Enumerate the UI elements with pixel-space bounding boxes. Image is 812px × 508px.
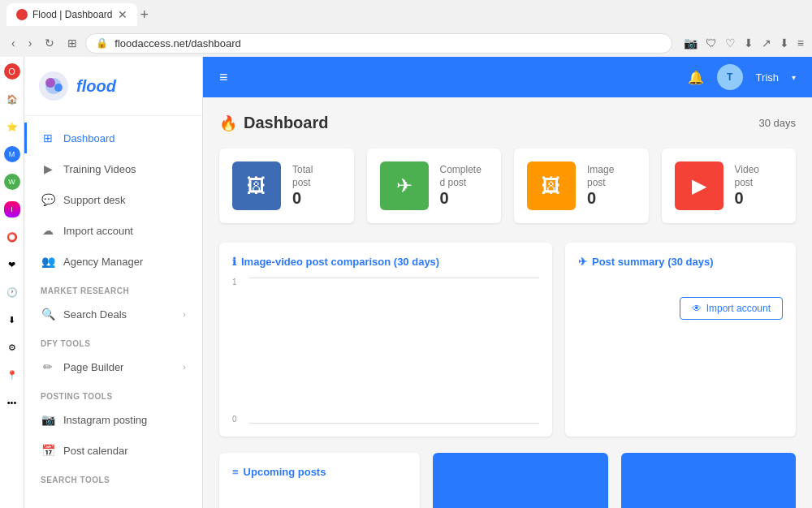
new-tab-button[interactable]: + xyxy=(140,6,149,24)
chart-y-top: 1 xyxy=(232,278,237,286)
os-icon-dots[interactable]: ••• xyxy=(4,394,20,411)
tab-title: Flood | Dashboard xyxy=(32,9,113,20)
calendar-icon: 📅 xyxy=(41,443,55,458)
svg-point-3 xyxy=(54,84,63,92)
main-content: ≡ 🔔 T Trish ▾ 🔥 Dashboard 30 days xyxy=(203,57,812,508)
sidebar-label-search-deals: Search Deals xyxy=(63,308,127,321)
page-header: 🔥 Dashboard 30 days xyxy=(219,114,796,132)
completed-post-info: Completed post 0 xyxy=(440,164,482,208)
completed-post-icon: ✈ xyxy=(380,161,429,210)
chart-bottom-line xyxy=(248,423,539,424)
chart-area-left: 1 0 xyxy=(232,278,539,424)
sidebar-label-support: Support desk xyxy=(63,194,126,206)
svg-point-2 xyxy=(45,78,55,88)
browser-action-icons: 📷 🛡 ♡ ⬇ ↗ ⬇ ≡ xyxy=(682,35,806,51)
os-icon-clock[interactable]: 🕐 xyxy=(4,284,20,300)
url-text: floodaccess.net/dashboard xyxy=(114,37,661,50)
address-bar[interactable]: 🔒 floodaccess.net/dashboard xyxy=(85,33,672,54)
os-icon-messenger[interactable]: M xyxy=(4,146,20,162)
os-icon-heart[interactable]: ❤ xyxy=(4,256,20,273)
search-deals-chevron: › xyxy=(183,309,186,319)
browser-tab[interactable]: Flood | Dashboard ✕ xyxy=(6,3,137,26)
sidebar-item-page-builder[interactable]: ✏ Page Builder › xyxy=(24,351,202,382)
sidebar-item-instagram-posting[interactable]: 📷 Instagram posting xyxy=(24,404,202,435)
total-post-label: Totalpost xyxy=(292,164,313,189)
import-account-btn-label: Import account xyxy=(706,303,771,314)
sidebar: flood ⊞ Dashboard ▶ Training Videos 💬 Su… xyxy=(24,57,203,508)
sidebar-item-training-videos[interactable]: ▶ Training Videos xyxy=(24,153,202,184)
training-icon: ▶ xyxy=(41,161,55,176)
stat-card-video-post: ▶ Videopost 0 xyxy=(662,149,797,223)
os-icon-instagram[interactable]: I xyxy=(4,201,20,217)
bell-icon[interactable]: 🔔 xyxy=(688,70,704,85)
logo-icon xyxy=(37,70,70,102)
sidebar-item-post-calendar[interactable]: 📅 Post calendar xyxy=(24,435,202,466)
os-icon-circle[interactable]: ⭕ xyxy=(4,229,20,245)
os-icon-browser[interactable]: O xyxy=(4,63,20,80)
sidebar-label-dashboard: Dashboard xyxy=(63,132,115,144)
os-icon-star[interactable]: ⭐ xyxy=(4,118,20,135)
stat-card-total-post: 🖼 Totalpost 0 xyxy=(219,149,354,223)
chart-top-line xyxy=(248,278,539,278)
shield-icon[interactable]: 🛡 xyxy=(704,35,719,51)
chart-right-title: ✈ Post summary (30 days) xyxy=(578,256,783,268)
tab-favicon xyxy=(16,9,28,20)
header-right: 🔔 T Trish ▾ xyxy=(688,64,796,90)
sidebar-label-calendar: Post calendar xyxy=(63,445,128,457)
stats-row: 🖼 Totalpost 0 ✈ Completed post 0 🖼 xyxy=(219,149,796,223)
total-post-info: Totalpost 0 xyxy=(292,164,313,208)
sidebar-item-import-account[interactable]: ☁ Import account xyxy=(24,215,202,246)
back-button[interactable]: ‹ xyxy=(6,33,20,53)
chart-right-icon: ✈ xyxy=(578,256,587,268)
upcoming-row: ≡ Upcoming posts xyxy=(219,453,796,508)
share-icon[interactable]: ↗ xyxy=(760,35,773,51)
stat-card-image-post: 🖼 Imagepost 0 xyxy=(514,149,649,223)
image-post-icon: 🖼 xyxy=(527,161,576,210)
total-post-value: 0 xyxy=(292,189,313,208)
user-dropdown-icon[interactable]: ▾ xyxy=(792,73,796,82)
top-header: ≡ 🔔 T Trish ▾ xyxy=(203,57,812,97)
video-post-info: Videopost 0 xyxy=(735,164,759,208)
os-icon-settings[interactable]: ⚙ xyxy=(4,339,20,355)
reload-button[interactable]: ↻ xyxy=(40,33,59,53)
menu-icon[interactable]: ≡ xyxy=(796,35,806,51)
sidebar-item-dashboard[interactable]: ⊞ Dashboard xyxy=(24,123,202,153)
sidebar-item-search-deals[interactable]: 🔍 Search Deals › xyxy=(24,299,202,329)
upcoming-posts-card: ≡ Upcoming posts xyxy=(219,453,420,508)
os-taskbar: O 🏠 ⭐ M W I ⭕ ❤ 🕐 ⬇ ⚙ 📍 ••• xyxy=(0,57,24,508)
completed-post-value: 0 xyxy=(440,189,482,208)
app-container: flood ⊞ Dashboard ▶ Training Videos 💬 Su… xyxy=(24,57,812,508)
dashboard-icon: ⊞ xyxy=(41,131,55,145)
completed-post-label: Completed post xyxy=(440,164,482,189)
image-post-info: Imagepost 0 xyxy=(587,164,614,208)
camera-icon[interactable]: 📷 xyxy=(682,35,699,51)
user-name[interactable]: Trish xyxy=(756,71,779,84)
post-summary-card: ✈ Post summary (30 days) 👁 Import accoun… xyxy=(565,243,796,437)
tab-close-button[interactable]: ✕ xyxy=(118,8,127,21)
os-icon-location[interactable]: 📍 xyxy=(4,367,20,383)
download-icon[interactable]: ⬇ xyxy=(742,35,755,51)
sidebar-label-page-builder: Page Builder xyxy=(63,361,123,373)
sidebar-label-agency: Agency Manager xyxy=(63,256,143,268)
os-icon-home[interactable]: 🏠 xyxy=(4,91,20,107)
section-posting-tools: POSTING TOOLS xyxy=(24,382,202,404)
import-account-button[interactable]: 👁 Import account xyxy=(680,297,783,320)
agency-icon: 👥 xyxy=(41,254,55,269)
sidebar-item-support-desk[interactable]: 💬 Support desk xyxy=(24,184,202,215)
hamburger-button[interactable]: ≡ xyxy=(219,69,228,86)
fire-icon: 🔥 xyxy=(219,114,237,132)
chart-left-title: ℹ Image-video post comparison (30 days) xyxy=(232,256,539,268)
grid-button[interactable]: ⊞ xyxy=(63,33,82,53)
os-icon-whatsapp[interactable]: W xyxy=(4,174,20,190)
image-post-value: 0 xyxy=(587,189,614,208)
os-icon-download[interactable]: ⬇ xyxy=(4,312,20,328)
browser-controls: ‹ › ↻ ⊞ 🔒 floodaccess.net/dashboard 📷 🛡 … xyxy=(0,29,812,57)
page-content: 🔥 Dashboard 30 days 🖼 Totalpost 0 ✈ xyxy=(203,97,812,508)
sidebar-label-instagram: Instagram posting xyxy=(63,414,147,426)
forward-button[interactable]: › xyxy=(24,33,37,53)
instagram-icon: 📷 xyxy=(41,412,55,427)
heart-icon[interactable]: ♡ xyxy=(723,35,737,51)
save-icon[interactable]: ⬇ xyxy=(778,35,791,51)
sidebar-item-agency-manager[interactable]: 👥 Agency Manager xyxy=(24,246,202,277)
total-post-icon: 🖼 xyxy=(232,161,281,210)
